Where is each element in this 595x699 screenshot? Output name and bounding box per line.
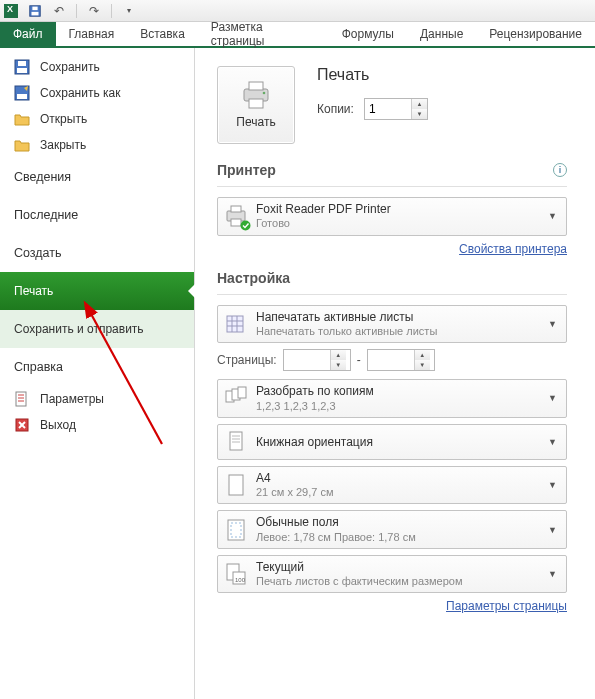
scaling-dropdown[interactable]: 100 Текущий Печать листов с фактическим … xyxy=(217,555,567,594)
svg-rect-20 xyxy=(231,206,241,212)
tab-review[interactable]: Рецензирование xyxy=(476,22,595,46)
print-button[interactable]: Печать xyxy=(217,66,295,144)
printer-icon xyxy=(240,81,272,109)
chevron-down-icon: ▼ xyxy=(548,437,560,447)
sidebar-item-label: Сохранить как xyxy=(40,86,120,100)
customize-qat-icon[interactable]: ▾ xyxy=(122,4,136,18)
print-scope-dropdown[interactable]: Напечатать активные листы Напечатать тол… xyxy=(217,305,567,344)
spinner-arrows[interactable]: ▲▼ xyxy=(330,350,346,370)
ribbon-tabs: Файл Главная Вставка Разметка страницы Ф… xyxy=(0,22,595,48)
printer-dropdown[interactable]: Foxit Reader PDF Printer Готово ▼ xyxy=(217,197,567,236)
chevron-down-icon: ▼ xyxy=(548,569,560,579)
margins-icon xyxy=(224,517,248,543)
save-icon[interactable] xyxy=(28,4,42,18)
chevron-down-icon: ▼ xyxy=(548,319,560,329)
paper-size-dropdown[interactable]: A4 21 см x 29,7 см ▼ xyxy=(217,466,567,505)
chevron-down-icon: ▼ xyxy=(548,393,560,403)
orientation-dropdown[interactable]: Книжная ориентация ▼ xyxy=(217,424,567,460)
range-dash: - xyxy=(357,353,361,367)
sidebar-item-label: Сведения xyxy=(14,170,71,184)
sidebar-item-open[interactable]: Открыть xyxy=(0,106,194,132)
separator xyxy=(217,186,567,187)
print-button-label: Печать xyxy=(236,115,275,129)
svg-rect-30 xyxy=(238,387,246,398)
chevron-up-icon[interactable]: ▲ xyxy=(415,350,430,360)
svg-rect-35 xyxy=(229,475,243,495)
sidebar-item-label: Параметры xyxy=(40,392,104,406)
copies-spinner[interactable]: ▲▼ xyxy=(364,98,428,120)
tab-data[interactable]: Данные xyxy=(407,22,476,46)
svg-rect-8 xyxy=(16,392,26,406)
tab-home[interactable]: Главная xyxy=(56,22,128,46)
sidebar-item-save-send[interactable]: Сохранить и отправить xyxy=(0,310,194,348)
svg-rect-4 xyxy=(17,68,27,73)
dropdown-subtitle: 1,2,3 1,2,3 1,2,3 xyxy=(256,400,548,413)
chevron-down-icon: ▼ xyxy=(548,525,560,535)
app-icon xyxy=(4,4,18,18)
pages-to-input[interactable] xyxy=(368,350,414,370)
pages-from-input[interactable] xyxy=(284,350,330,370)
sidebar-item-create[interactable]: Создать xyxy=(0,234,194,272)
sidebar-item-options[interactable]: Параметры xyxy=(0,386,194,412)
pages-label: Страницы: xyxy=(217,353,277,367)
sidebar-item-label: Выход xyxy=(40,418,76,432)
pages-to-spinner[interactable]: ▲▼ xyxy=(367,349,435,371)
save-icon xyxy=(14,59,30,75)
folder-open-icon xyxy=(14,111,30,127)
spinner-arrows[interactable]: ▲▼ xyxy=(414,350,430,370)
section-label: Настройка xyxy=(217,270,290,286)
dropdown-title: Напечатать активные листы xyxy=(256,310,548,324)
chevron-down-icon[interactable]: ▼ xyxy=(331,360,346,370)
sidebar-item-label: Сохранить и отправить xyxy=(14,322,144,336)
tab-file[interactable]: Файл xyxy=(0,22,56,46)
page-setup-link[interactable]: Параметры страницы xyxy=(217,599,567,613)
copies-input[interactable] xyxy=(365,99,411,119)
chevron-down-icon[interactable]: ▼ xyxy=(412,109,427,119)
tab-page-layout[interactable]: Разметка страницы xyxy=(198,22,329,46)
sidebar-item-label: Последние xyxy=(14,208,78,222)
spinner-arrows[interactable]: ▲▼ xyxy=(411,99,427,119)
sidebar-item-help[interactable]: Справка xyxy=(0,348,194,386)
print-heading: Печать xyxy=(317,66,428,84)
sidebar-item-label: Печать xyxy=(14,284,53,298)
sidebar-item-label: Открыть xyxy=(40,112,87,126)
chevron-down-icon: ▼ xyxy=(548,480,560,490)
svg-rect-2 xyxy=(32,6,37,10)
printer-properties-link[interactable]: Свойства принтера xyxy=(217,242,567,256)
pages-from-spinner[interactable]: ▲▼ xyxy=(283,349,351,371)
sidebar-item-recent[interactable]: Последние xyxy=(0,196,194,234)
redo-icon[interactable]: ↷ xyxy=(87,4,101,18)
sidebar-item-label: Сохранить xyxy=(40,60,100,74)
chevron-up-icon[interactable]: ▲ xyxy=(412,99,427,109)
sidebar-item-info[interactable]: Сведения xyxy=(0,158,194,196)
status-ready-icon xyxy=(240,220,251,231)
sidebar-item-close[interactable]: Закрыть xyxy=(0,132,194,158)
svg-text:100: 100 xyxy=(235,577,246,583)
sidebar-item-exit[interactable]: Выход xyxy=(0,412,194,438)
sheets-icon xyxy=(224,311,248,337)
chevron-down-icon[interactable]: ▼ xyxy=(415,360,430,370)
save-as-icon xyxy=(14,85,30,101)
tab-insert[interactable]: Вставка xyxy=(127,22,198,46)
margins-dropdown[interactable]: Обычные поля Левое: 1,78 см Правое: 1,78… xyxy=(217,510,567,549)
undo-icon[interactable]: ↶ xyxy=(52,4,66,18)
svg-rect-16 xyxy=(249,82,263,90)
collate-dropdown[interactable]: Разобрать по копиям 1,2,3 1,2,3 1,2,3 ▼ xyxy=(217,379,567,418)
dropdown-title: Книжная ориентация xyxy=(256,435,548,449)
section-label: Принтер xyxy=(217,162,276,178)
options-icon xyxy=(14,391,30,407)
chevron-up-icon[interactable]: ▲ xyxy=(331,350,346,360)
svg-point-22 xyxy=(241,221,251,231)
dropdown-subtitle: 21 см x 29,7 см xyxy=(256,486,548,499)
separator xyxy=(76,4,77,18)
svg-rect-17 xyxy=(249,99,263,108)
print-panel: Печать Печать Копии: ▲▼ Принтер i xyxy=(195,48,595,699)
pages-range-row: Страницы: ▲▼ - ▲▼ xyxy=(217,349,567,371)
tab-formulas[interactable]: Формулы xyxy=(329,22,407,46)
sidebar-item-save[interactable]: Сохранить xyxy=(0,54,194,80)
sidebar-item-print[interactable]: Печать xyxy=(0,272,194,310)
sidebar-item-saveas[interactable]: Сохранить как xyxy=(0,80,194,106)
info-icon[interactable]: i xyxy=(553,163,567,177)
printer-section-header: Принтер i xyxy=(217,162,567,178)
separator xyxy=(217,294,567,295)
